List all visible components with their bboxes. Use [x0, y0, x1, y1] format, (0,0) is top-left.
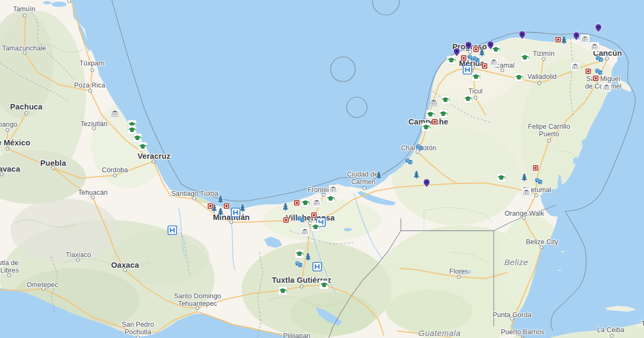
- poi-markers-layer: [0, 0, 644, 338]
- attraction-icon[interactable]: [432, 119, 438, 125]
- museum-plain-icon[interactable]: [111, 111, 119, 117]
- school-icon[interactable]: [138, 142, 147, 151]
- attraction-icon[interactable]: [533, 165, 539, 171]
- pin-icon[interactable]: [465, 42, 472, 50]
- museum-icon[interactable]: [602, 83, 611, 92]
- school-icon[interactable]: [447, 56, 456, 64]
- theater-icon[interactable]: [595, 68, 603, 75]
- school-icon[interactable]: [497, 173, 506, 182]
- park-icon[interactable]: [305, 253, 311, 261]
- attraction-icon[interactable]: [208, 203, 214, 209]
- school-icon[interactable]: [426, 110, 435, 119]
- school-icon[interactable]: [441, 95, 450, 104]
- school-icon[interactable]: [515, 73, 523, 82]
- hospital-icon[interactable]: [168, 226, 177, 234]
- park-icon[interactable]: [282, 203, 289, 211]
- pin-icon[interactable]: [453, 48, 460, 57]
- park-icon[interactable]: [239, 204, 246, 212]
- pin-icon[interactable]: [573, 32, 580, 41]
- pin-icon[interactable]: [595, 24, 602, 33]
- school-icon[interactable]: [301, 199, 310, 207]
- school-icon[interactable]: [128, 126, 136, 134]
- park-icon[interactable]: [479, 48, 485, 57]
- museum-icon[interactable]: [489, 58, 499, 67]
- hospital-icon[interactable]: [313, 262, 321, 271]
- attraction-icon[interactable]: [461, 55, 467, 61]
- attraction-icon[interactable]: [586, 69, 591, 75]
- museum-icon[interactable]: [571, 62, 580, 71]
- attraction-icon[interactable]: [593, 76, 599, 82]
- theater-icon[interactable]: [535, 178, 543, 185]
- theater-icon[interactable]: [472, 56, 480, 63]
- theater-icon[interactable]: [405, 158, 413, 165]
- attraction-icon[interactable]: [294, 200, 300, 206]
- park-icon[interactable]: [376, 171, 382, 180]
- theater-icon[interactable]: [595, 55, 603, 62]
- theater-icon[interactable]: [415, 144, 423, 151]
- park-icon[interactable]: [561, 36, 567, 45]
- museum-icon[interactable]: [590, 42, 599, 52]
- attraction-icon[interactable]: [473, 47, 479, 53]
- theater-icon[interactable]: [297, 216, 305, 223]
- school-icon[interactable]: [295, 249, 304, 258]
- school-icon[interactable]: [279, 286, 287, 295]
- school-icon[interactable]: [464, 94, 472, 103]
- museum-icon[interactable]: [522, 188, 531, 197]
- school-icon[interactable]: [472, 72, 480, 81]
- school-icon[interactable]: [320, 281, 328, 289]
- school-icon[interactable]: [326, 194, 335, 203]
- school-icon[interactable]: [521, 53, 529, 62]
- park-icon[interactable]: [413, 171, 420, 179]
- park-icon[interactable]: [521, 173, 528, 182]
- museum-icon[interactable]: [312, 199, 321, 208]
- attraction-icon[interactable]: [482, 63, 488, 69]
- park-icon[interactable]: [217, 208, 224, 216]
- theater-icon[interactable]: [295, 261, 303, 268]
- pin-icon[interactable]: [519, 31, 525, 40]
- hospital-icon[interactable]: [231, 208, 240, 217]
- museum-icon[interactable]: [581, 35, 590, 44]
- attraction-icon[interactable]: [283, 217, 289, 223]
- hospital-icon[interactable]: [463, 65, 472, 74]
- attraction-icon[interactable]: [224, 203, 230, 209]
- pin-icon[interactable]: [423, 179, 430, 188]
- museum-icon[interactable]: [329, 185, 338, 194]
- school-icon[interactable]: [133, 134, 142, 142]
- school-icon[interactable]: [439, 109, 448, 118]
- map-canvas[interactable]: Belize Guatemala TamuínTamazunchaleTúxpa…: [0, 0, 644, 338]
- school-icon[interactable]: [311, 223, 320, 231]
- park-icon[interactable]: [217, 195, 224, 204]
- attraction-icon[interactable]: [555, 37, 561, 43]
- museum-icon[interactable]: [301, 227, 310, 237]
- attraction-icon[interactable]: [311, 212, 317, 218]
- school-icon[interactable]: [422, 123, 430, 131]
- museum-plain-icon[interactable]: [429, 100, 437, 106]
